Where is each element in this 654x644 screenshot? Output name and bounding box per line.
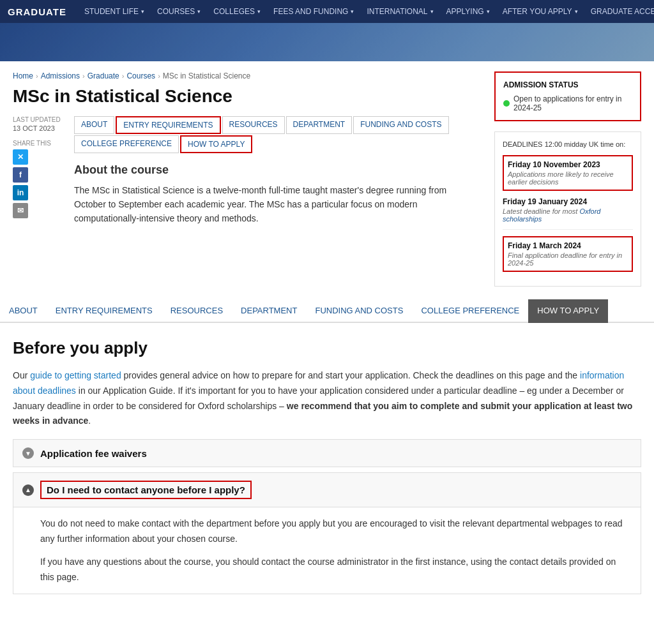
status-dot-green — [503, 100, 510, 107]
tab-nav-top: ABOUT ENTRY REQUIREMENTS RESOURCES DEPAR… — [74, 116, 479, 153]
share-label: SHARE THIS — [13, 140, 64, 147]
breadcrumb-sep-1: › — [36, 72, 38, 80]
tab-top-resources[interactable]: RESOURCES — [222, 116, 285, 134]
about-text: The MSc in Statistical Science is a twel… — [74, 183, 479, 226]
last-updated-date: 13 OCT 2023 — [13, 124, 55, 132]
deadline-date-1: Friday 10 November 2023 — [508, 160, 628, 169]
oxford-scholarships-link[interactable]: Oxford scholarships — [503, 207, 600, 223]
brand-logo[interactable]: GRADUATE — [8, 6, 66, 17]
nav-applying[interactable]: APPLYING ▾ — [440, 0, 496, 23]
admission-status-text: Open to applications for entry in 2024-2… — [513, 94, 632, 112]
main-content: Home › Admissions › Graduate › Courses ›… — [13, 71, 479, 287]
nav-graduate-access[interactable]: GRADUATE ACCESS ▾ — [584, 0, 654, 23]
tab-top-department[interactable]: DEPARTMENT — [286, 116, 353, 134]
accordion-fee-waivers-arrow: ▼ — [22, 447, 34, 459]
email-share-icon[interactable]: ✉ — [13, 203, 28, 218]
tab-nav-secondary: ABOUT ENTRY REQUIREMENTS RESOURCES DEPAR… — [0, 299, 654, 323]
breadcrumb-admissions[interactable]: Admissions — [41, 71, 80, 80]
tab-top-how-to-apply[interactable]: HOW TO APPLY — [180, 135, 252, 153]
tab-top-funding[interactable]: FUNDING AND COSTS — [353, 116, 448, 134]
nav-courses[interactable]: COURSES ▾ — [151, 0, 207, 23]
deadlines-title-text: DEADLINES — [503, 140, 542, 148]
admission-title: ADMISSION STATUS — [503, 80, 632, 89]
breadcrumb-sep-3: › — [122, 72, 125, 80]
deadlines-subtitle: 12:00 midday UK time on: — [545, 140, 626, 148]
breadcrumb-home[interactable]: Home — [13, 71, 33, 80]
tab-top-college-pref[interactable]: COLLEGE PREFERENCE — [74, 135, 179, 153]
breadcrumb-courses[interactable]: Courses — [126, 71, 155, 80]
last-updated-label: LAST UPDATED — [13, 116, 64, 123]
tab-top-entry-requirements[interactable]: ENTRY REQUIREMENTS — [116, 116, 220, 134]
twitter-share-icon[interactable]: ✕ — [13, 149, 28, 165]
deadline-note-1: Applications more likely to receive earl… — [508, 170, 628, 186]
deadline-date-3: Friday 1 March 2024 — [508, 241, 628, 250]
tab-sec-entry[interactable]: ENTRY REQUIREMENTS — [47, 299, 162, 323]
admission-status-box: ADMISSION STATUS Open to applications fo… — [494, 71, 641, 121]
accordion-fee-waivers-header[interactable]: ▼ Application fee waivers — [13, 440, 641, 467]
nav-student-life[interactable]: STUDENT LIFE ▾ — [78, 0, 151, 23]
tab-sec-how-to-apply[interactable]: HOW TO APPLY — [528, 299, 608, 323]
hero-image — [0, 23, 654, 61]
about-heading: About the course — [74, 163, 479, 177]
deadline-item-2: Friday 19 January 2024 Latest deadline f… — [503, 197, 633, 230]
accordion-fee-waivers-title: Application fee waivers — [40, 448, 147, 459]
tab-sec-department[interactable]: DEPARTMENT — [232, 299, 306, 323]
tab-top-about[interactable]: ABOUT — [74, 116, 114, 134]
nav-after-apply[interactable]: AFTER YOU APPLY ▾ — [496, 0, 584, 23]
content-area: Home › Admissions › Graduate › Courses ›… — [0, 61, 654, 287]
breadcrumb-graduate[interactable]: Graduate — [87, 71, 119, 80]
body-content: Before you apply Our guide to getting st… — [0, 338, 654, 625]
page-title: MSc in Statistical Science — [13, 86, 479, 107]
tab-sec-college-pref[interactable]: COLLEGE PREFERENCE — [412, 299, 528, 323]
deadlines-title: DEADLINES 12:00 midday UK time on: — [503, 140, 633, 149]
facebook-share-icon[interactable]: f — [13, 167, 28, 183]
top-navigation: GRADUATE STUDENT LIFE ▾ COURSES ▾ COLLEG… — [0, 0, 654, 23]
accordion-contact-before: ▲ Do I need to contact anyone before I a… — [13, 472, 641, 594]
deadline-date-2: Friday 19 January 2024 — [503, 197, 633, 206]
breadcrumb-sep-4: › — [158, 72, 160, 80]
tabs-and-about: ABOUT ENTRY REQUIREMENTS RESOURCES DEPAR… — [74, 116, 479, 226]
sidebar: ADMISSION STATUS Open to applications fo… — [494, 71, 641, 287]
deadline-item-1: Friday 10 November 2023 Applications mor… — [503, 155, 633, 191]
last-updated: LAST UPDATED 13 OCT 2023 — [13, 116, 64, 132]
deadlines-box: DEADLINES 12:00 midday UK time on: Frida… — [494, 131, 641, 287]
nav-colleges[interactable]: COLLEGES ▾ — [207, 0, 267, 23]
tab-sec-resources[interactable]: RESOURCES — [162, 299, 232, 323]
guide-link[interactable]: guide to getting started — [30, 370, 121, 380]
share-section: SHARE THIS ✕ f in ✉ — [13, 140, 64, 218]
share-icons: ✕ f in ✉ — [13, 149, 64, 218]
page-wrapper: Home › Admissions › Graduate › Courses ›… — [0, 61, 654, 625]
deadline-note-2: Latest deadline for most Oxford scholars… — [503, 207, 633, 223]
accordion-contact-body: You do not need to make contact with the… — [13, 507, 641, 594]
breadcrumb-current: MSc in Statistical Science — [163, 71, 250, 80]
deadline-note-3: Final application deadline for entry in … — [508, 251, 628, 267]
deadline-item-3: Friday 1 March 2024 Final application de… — [503, 236, 633, 272]
accordion-fee-waivers: ▼ Application fee waivers — [13, 439, 641, 467]
accordion-contact-para-1: You do not need to make contact with the… — [40, 516, 630, 547]
intro-paragraph: Our guide to getting started provides ge… — [13, 368, 641, 429]
section-title-before-apply: Before you apply — [13, 338, 641, 358]
nav-fees-funding[interactable]: FEES AND FUNDING ▾ — [267, 0, 360, 23]
tab-sec-about[interactable]: ABOUT — [0, 299, 47, 323]
accordion-contact-title: Do I need to contact anyone before I app… — [40, 481, 252, 499]
accordion-contact-arrow: ▲ — [22, 484, 34, 496]
accordion-contact-para-2: If you have any questions about the cour… — [40, 555, 630, 585]
nav-international[interactable]: INTERNATIONAL ▾ — [360, 0, 439, 23]
tab-sec-funding[interactable]: FUNDING AND COSTS — [306, 299, 412, 323]
breadcrumb: Home › Admissions › Graduate › Courses ›… — [13, 71, 479, 80]
accordion-contact-header[interactable]: ▲ Do I need to contact anyone before I a… — [13, 473, 641, 507]
admission-status: Open to applications for entry in 2024-2… — [503, 94, 632, 112]
breadcrumb-sep-2: › — [82, 72, 85, 80]
nav-items-list: STUDENT LIFE ▾ COURSES ▾ COLLEGES ▾ FEES… — [78, 0, 654, 23]
about-section: About the course The MSc in Statistical … — [74, 163, 479, 226]
linkedin-share-icon[interactable]: in — [13, 185, 28, 200]
